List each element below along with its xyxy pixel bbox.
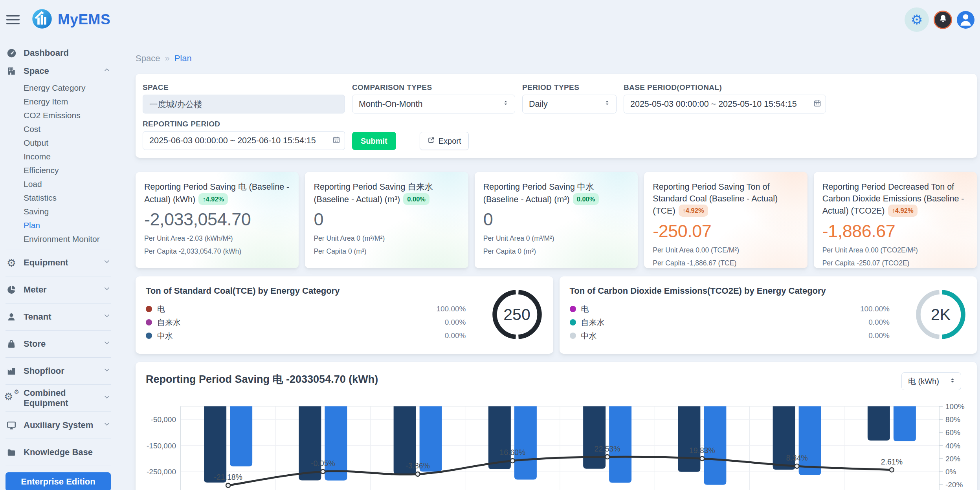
svg-text:16.60%: 16.60% <box>499 448 525 457</box>
comparison-types-select[interactable]: Month-On-Month <box>352 95 515 113</box>
metric-value: -1,886.67 <box>822 221 968 241</box>
sidebar-item-efficiency[interactable]: Efficiency <box>24 163 134 177</box>
main-content: Space » Plan SPACE COMPARISON TYPES Mont… <box>134 39 977 490</box>
sidebar-item-shopfloor[interactable]: Shopfloor <box>6 358 111 384</box>
per-capita: Per Capita -2,033,054.70 (kWh) <box>144 247 290 256</box>
legend-dot <box>570 306 576 312</box>
hamburger-icon[interactable] <box>6 15 20 24</box>
space-input[interactable] <box>143 95 345 113</box>
base-period-label: BASE PERIOD(OPTIONAL) <box>624 83 826 92</box>
gears-icon: ⚙⚙ <box>6 392 17 404</box>
chart-unit-value: 电 (kWh) <box>908 376 939 387</box>
sidebar-item-load[interactable]: Load <box>24 177 134 191</box>
legend-item[interactable]: 电 <box>570 302 843 316</box>
sidebar-item-combined-equipment[interactable]: ⚙⚙ Combined Equipment <box>6 385 111 411</box>
submit-button[interactable]: Submit <box>352 132 396 150</box>
metric-title: Reporting Period Decreased Ton of Carbon… <box>822 181 968 217</box>
legend: 电 自来水 中水 <box>570 302 843 342</box>
space-field: SPACE <box>143 83 345 113</box>
breadcrumb-plan-link[interactable]: Plan <box>174 53 192 64</box>
sidebar-item-auxiliary-system[interactable]: Auxiliary System <box>6 412 111 439</box>
sidebar-item-label: Store <box>24 339 46 349</box>
period-types-select[interactable]: Daily <box>522 95 617 113</box>
sidebar-item-plan[interactable]: Plan <box>24 218 134 232</box>
sidebar-item-income[interactable]: Income <box>24 150 134 163</box>
export-button[interactable]: Export <box>420 132 469 150</box>
filter-panel: SPACE COMPARISON TYPES Month-On-Month PE… <box>136 74 977 158</box>
sidebar-item-energy-item[interactable]: Energy Item <box>24 95 134 108</box>
user-avatar[interactable] <box>957 11 974 29</box>
metric-title: Reporting Period Saving 自来水 (Baseline - … <box>314 181 459 205</box>
brand-logo[interactable]: MyEMS <box>31 8 110 31</box>
metric-value: 0 <box>314 209 459 230</box>
legend-item[interactable]: 电 <box>146 302 419 316</box>
sidebar-item-space[interactable]: Space <box>6 62 111 80</box>
legend-item[interactable]: 中水 <box>146 329 419 342</box>
per-capita: Per Capita -1,886.67 (TCE) <box>653 259 798 267</box>
gear-icon: ⚙ <box>911 13 923 26</box>
sidebar: Dashboard Space Energy Catego <box>0 39 134 490</box>
gear-icon: ⚙ <box>6 258 17 268</box>
export-label: Export <box>439 137 461 146</box>
period-types-label: PERIOD TYPES <box>522 83 617 92</box>
unfold-caret-icon <box>501 99 510 110</box>
sidebar-item-store[interactable]: Store <box>6 331 111 357</box>
tce-donut-chart: 250 <box>490 287 545 342</box>
sidebar-item-energy-category[interactable]: Energy Category <box>24 81 134 95</box>
sidebar-item-cost[interactable]: Cost <box>24 122 134 136</box>
gauge-icon <box>6 48 17 59</box>
page: MyEMS ⚙ <box>0 0 980 490</box>
sidebar-item-equipment[interactable]: ⚙ Equipment <box>6 249 111 276</box>
legend-dot <box>146 306 152 312</box>
metric-card-tce-saving: Reporting Period Saving Ton of Standard … <box>644 172 807 268</box>
bell-icon <box>938 14 948 26</box>
calendar-icon[interactable] <box>813 99 822 109</box>
per-unit-area: Per Unit Area 0 (m³/M²) <box>483 234 629 243</box>
chevron-down-icon <box>103 420 111 430</box>
calendar-icon[interactable] <box>332 135 341 146</box>
legend-dot <box>146 333 152 339</box>
sidebar-item-dashboard[interactable]: Dashboard <box>6 44 111 62</box>
period-types-field: PERIOD TYPES Daily <box>522 83 617 113</box>
svg-text:22.53%: 22.53% <box>595 444 620 453</box>
comparison-types-value: Month-On-Month <box>359 99 423 109</box>
chart-unit-select[interactable]: 电 (kWh) <box>901 372 961 390</box>
donut-center-value: 2K <box>913 287 968 342</box>
monitor-icon <box>6 420 17 430</box>
tco2e-donut-chart: 2K <box>913 287 968 342</box>
legend-item[interactable]: 自来水 <box>570 316 843 329</box>
tce-by-category-card: Ton of Standard Coal(TCE) by Energy Cate… <box>136 276 553 354</box>
breadcrumb-space-link[interactable]: Space <box>136 53 160 64</box>
external-link-icon <box>427 136 435 146</box>
reporting-period-input[interactable] <box>143 131 345 150</box>
sidebar-item-meter[interactable]: Meter <box>6 276 111 303</box>
sidebar-item-environment-monitor[interactable]: Environment Monitor <box>24 232 134 246</box>
donut-center-value: 250 <box>490 287 545 342</box>
factory-icon <box>6 366 17 376</box>
sidebar-item-saving[interactable]: Saving <box>24 205 134 218</box>
notifications-button[interactable] <box>934 11 952 29</box>
svg-text:60%: 60% <box>945 428 960 437</box>
base-period-input[interactable] <box>624 95 826 113</box>
legend-percentages: 100.00% 0.00% 0.00% <box>842 302 890 342</box>
reporting-period-field: REPORTING PERIOD <box>143 120 345 150</box>
sidebar-item-tenant[interactable]: Tenant <box>6 304 111 330</box>
per-capita: Per Capita 0 (m³) <box>483 247 629 256</box>
metric-title: Reporting Period Saving Ton of Standard … <box>653 181 798 217</box>
sidebar-item-statistics[interactable]: Statistics <box>24 191 134 205</box>
metric-value: -2,033,054.70 <box>144 209 290 230</box>
per-unit-area: Per Unit Area 0.00 (TCE/M²) <box>653 246 798 254</box>
legend-item[interactable]: 中水 <box>570 329 843 342</box>
breadcrumb-separator: » <box>165 53 169 64</box>
bar-line-chart: -50,000-150,000-250,000100%80%60%40%20%0… <box>139 398 973 490</box>
metric-cards-row: Reporting Period Saving 电 (Baseline - Ac… <box>136 172 977 268</box>
enterprise-edition-button[interactable]: Enterprise Edition <box>6 472 111 490</box>
sidebar-item-knowledge-base[interactable]: Knowledge Base <box>6 439 111 466</box>
sidebar-item-co2-emissions[interactable]: CO2 Emissions <box>24 108 134 122</box>
myems-logo-icon <box>31 8 53 31</box>
sidebar-item-label: Equipment <box>24 258 68 268</box>
settings-button[interactable]: ⚙ <box>905 7 929 32</box>
space-submenu: Energy Category Energy Item CO2 Emission… <box>24 81 134 246</box>
sidebar-item-output[interactable]: Output <box>24 136 134 150</box>
legend-item[interactable]: 自来水 <box>146 316 419 329</box>
